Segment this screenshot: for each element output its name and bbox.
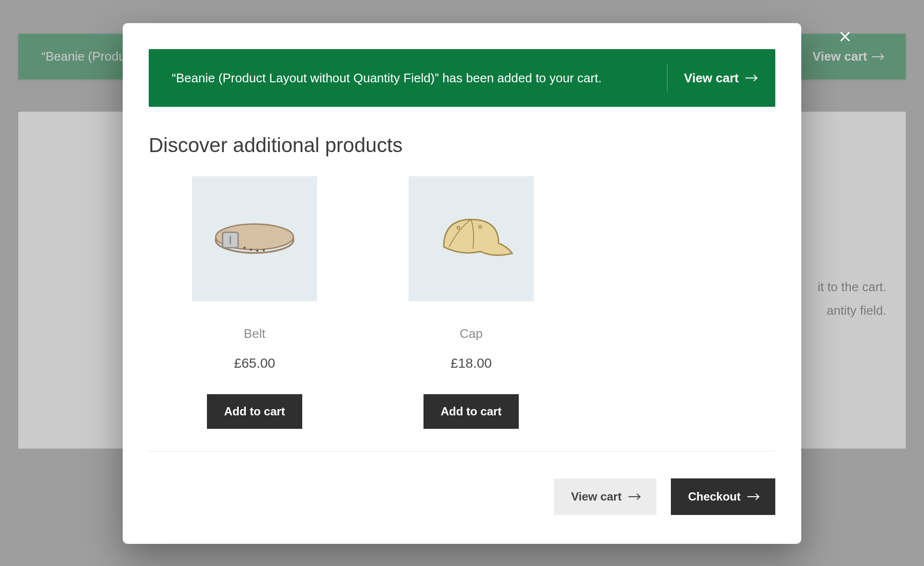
arrow-right-icon [747,496,758,497]
svg-point-9 [263,249,265,251]
product-card: Cap £18.00 Add to cart [409,176,534,429]
svg-point-8 [256,249,258,252]
modal-notice-text: “Beanie (Product Layout without Quantity… [172,71,602,86]
view-cart-link[interactable]: View cart [667,64,756,92]
svg-point-7 [250,248,252,251]
svg-point-6 [244,247,246,249]
product-thumbnail[interactable] [192,176,317,301]
modal-footer: View cart Checkout [149,478,775,515]
added-to-cart-modal: “Beanie (Product Layout without Quantity… [123,23,801,544]
product-thumbnail[interactable] [409,176,534,301]
belt-icon [209,209,300,269]
product-price: £18.00 [450,356,492,371]
product-card: Belt £65.00 Add to cart [192,176,317,429]
arrow-right-icon [745,77,756,78]
product-name: Cap [460,326,483,341]
product-name: Belt [244,326,266,341]
close-icon[interactable] [838,29,852,46]
add-to-cart-button[interactable]: Add to cart [207,394,303,429]
arrow-right-icon [629,496,639,497]
section-title: Discover additional products [149,134,775,157]
checkout-button[interactable]: Checkout [671,478,775,515]
product-list: Belt £65.00 Add to cart Cap £18.00 Add t [149,176,775,451]
cap-icon [425,209,517,269]
modal-notice: “Beanie (Product Layout without Quantity… [149,49,775,107]
add-to-cart-button[interactable]: Add to cart [424,394,519,429]
view-cart-button[interactable]: View cart [554,478,656,515]
product-price: £65.00 [234,356,275,371]
